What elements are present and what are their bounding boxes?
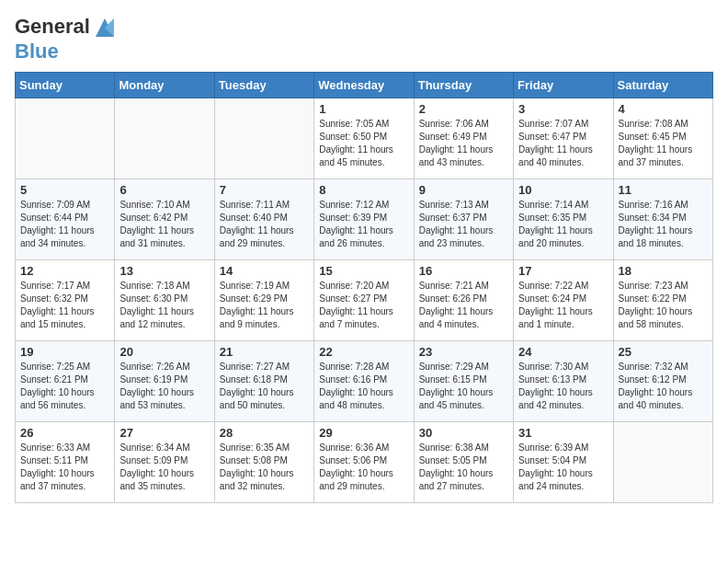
day-info: Sunrise: 6:39 AM Sunset: 5:04 PM Dayligh…	[518, 442, 608, 493]
calendar-cell: 23Sunrise: 7:29 AM Sunset: 6:15 PM Dayli…	[414, 341, 513, 422]
day-number: 6	[119, 183, 209, 197]
day-info: Sunrise: 7:13 AM Sunset: 6:37 PM Dayligh…	[419, 199, 508, 250]
calendar-cell: 3Sunrise: 7:07 AM Sunset: 6:47 PM Daylig…	[514, 98, 613, 179]
calendar-cell: 24Sunrise: 7:30 AM Sunset: 6:13 PM Dayli…	[514, 341, 613, 422]
day-info: Sunrise: 7:32 AM Sunset: 6:12 PM Dayligh…	[619, 361, 708, 412]
weekday-header-wednesday: Wednesday	[314, 73, 414, 98]
day-number: 16	[419, 264, 508, 278]
day-number: 18	[619, 264, 708, 278]
week-row-3: 12Sunrise: 7:17 AM Sunset: 6:32 PM Dayli…	[16, 260, 713, 341]
day-number: 5	[20, 183, 109, 197]
calendar-cell: 19Sunrise: 7:25 AM Sunset: 6:21 PM Dayli…	[16, 341, 115, 422]
day-number: 20	[119, 345, 209, 359]
day-number: 2	[419, 102, 508, 116]
day-number: 30	[419, 426, 508, 440]
weekday-header-monday: Monday	[115, 73, 214, 98]
page-header: General Blue	[15, 15, 713, 63]
weekday-header-thursday: Thursday	[414, 73, 513, 98]
day-number: 12	[20, 264, 109, 278]
day-info: Sunrise: 7:14 AM Sunset: 6:35 PM Dayligh…	[518, 199, 608, 250]
day-info: Sunrise: 7:28 AM Sunset: 6:16 PM Dayligh…	[319, 361, 408, 412]
week-row-5: 26Sunrise: 6:33 AM Sunset: 5:11 PM Dayli…	[16, 422, 713, 503]
day-number: 15	[319, 264, 408, 278]
week-row-1: 1Sunrise: 7:05 AM Sunset: 6:50 PM Daylig…	[16, 98, 713, 179]
day-number: 25	[619, 345, 708, 359]
day-info: Sunrise: 7:06 AM Sunset: 6:49 PM Dayligh…	[419, 118, 508, 169]
calendar-cell: 31Sunrise: 6:39 AM Sunset: 5:04 PM Dayli…	[514, 422, 613, 503]
day-info: Sunrise: 7:21 AM Sunset: 6:26 PM Dayligh…	[419, 280, 508, 331]
calendar-cell: 14Sunrise: 7:19 AM Sunset: 6:29 PM Dayli…	[214, 260, 313, 341]
week-row-4: 19Sunrise: 7:25 AM Sunset: 6:21 PM Dayli…	[16, 341, 713, 422]
day-number: 10	[518, 183, 608, 197]
calendar-cell: 28Sunrise: 6:35 AM Sunset: 5:08 PM Dayli…	[214, 422, 313, 503]
day-info: Sunrise: 7:10 AM Sunset: 6:42 PM Dayligh…	[119, 199, 209, 250]
calendar-table: SundayMondayTuesdayWednesdayThursdayFrid…	[15, 72, 713, 503]
day-number: 28	[220, 426, 309, 440]
day-number: 9	[419, 183, 508, 197]
day-info: Sunrise: 7:07 AM Sunset: 6:47 PM Dayligh…	[518, 118, 608, 169]
day-info: Sunrise: 7:25 AM Sunset: 6:21 PM Dayligh…	[20, 361, 109, 412]
day-info: Sunrise: 6:35 AM Sunset: 5:08 PM Dayligh…	[220, 442, 309, 493]
calendar-cell: 21Sunrise: 7:27 AM Sunset: 6:18 PM Dayli…	[214, 341, 313, 422]
day-info: Sunrise: 7:08 AM Sunset: 6:45 PM Dayligh…	[619, 118, 708, 169]
day-info: Sunrise: 6:34 AM Sunset: 5:09 PM Dayligh…	[119, 442, 209, 493]
calendar-cell	[115, 98, 214, 179]
week-row-2: 5Sunrise: 7:09 AM Sunset: 6:44 PM Daylig…	[16, 179, 713, 260]
day-info: Sunrise: 6:36 AM Sunset: 5:06 PM Dayligh…	[319, 442, 408, 493]
day-number: 17	[518, 264, 608, 278]
day-info: Sunrise: 7:09 AM Sunset: 6:44 PM Dayligh…	[20, 199, 109, 250]
calendar-cell: 5Sunrise: 7:09 AM Sunset: 6:44 PM Daylig…	[16, 179, 115, 260]
day-number: 21	[220, 345, 309, 359]
day-info: Sunrise: 7:29 AM Sunset: 6:15 PM Dayligh…	[419, 361, 508, 412]
calendar-cell	[16, 98, 115, 179]
day-number: 22	[319, 345, 408, 359]
logo-text-blue: Blue	[15, 40, 118, 63]
day-info: Sunrise: 7:12 AM Sunset: 6:39 PM Dayligh…	[319, 199, 408, 250]
day-info: Sunrise: 7:05 AM Sunset: 6:50 PM Dayligh…	[319, 118, 408, 169]
calendar-cell	[214, 98, 313, 179]
calendar-cell: 29Sunrise: 6:36 AM Sunset: 5:06 PM Dayli…	[314, 422, 414, 503]
weekday-header-row: SundayMondayTuesdayWednesdayThursdayFrid…	[16, 73, 713, 98]
day-number: 19	[20, 345, 109, 359]
calendar-cell: 12Sunrise: 7:17 AM Sunset: 6:32 PM Dayli…	[16, 260, 115, 341]
day-number: 1	[319, 102, 408, 116]
day-number: 29	[319, 426, 408, 440]
day-number: 8	[319, 183, 408, 197]
day-info: Sunrise: 7:20 AM Sunset: 6:27 PM Dayligh…	[319, 280, 408, 331]
day-number: 31	[518, 426, 608, 440]
calendar-cell: 27Sunrise: 6:34 AM Sunset: 5:09 PM Dayli…	[115, 422, 214, 503]
calendar-cell: 13Sunrise: 7:18 AM Sunset: 6:30 PM Dayli…	[115, 260, 214, 341]
day-info: Sunrise: 7:16 AM Sunset: 6:34 PM Dayligh…	[619, 199, 708, 250]
calendar-cell: 20Sunrise: 7:26 AM Sunset: 6:19 PM Dayli…	[115, 341, 214, 422]
logo-icon	[92, 15, 118, 40]
day-number: 11	[619, 183, 708, 197]
day-info: Sunrise: 7:11 AM Sunset: 6:40 PM Dayligh…	[220, 199, 309, 250]
calendar-cell: 30Sunrise: 6:38 AM Sunset: 5:05 PM Dayli…	[414, 422, 513, 503]
day-info: Sunrise: 6:33 AM Sunset: 5:11 PM Dayligh…	[20, 442, 109, 493]
calendar-cell: 1Sunrise: 7:05 AM Sunset: 6:50 PM Daylig…	[314, 98, 414, 179]
calendar-cell: 25Sunrise: 7:32 AM Sunset: 6:12 PM Dayli…	[613, 341, 712, 422]
day-info: Sunrise: 7:23 AM Sunset: 6:22 PM Dayligh…	[619, 280, 708, 331]
weekday-header-saturday: Saturday	[613, 73, 712, 98]
calendar-cell: 8Sunrise: 7:12 AM Sunset: 6:39 PM Daylig…	[314, 179, 414, 260]
day-info: Sunrise: 7:27 AM Sunset: 6:18 PM Dayligh…	[220, 361, 309, 412]
weekday-header-tuesday: Tuesday	[214, 73, 313, 98]
calendar-cell: 22Sunrise: 7:28 AM Sunset: 6:16 PM Dayli…	[314, 341, 414, 422]
day-info: Sunrise: 7:19 AM Sunset: 6:29 PM Dayligh…	[220, 280, 309, 331]
calendar-cell	[613, 422, 712, 503]
calendar-cell: 18Sunrise: 7:23 AM Sunset: 6:22 PM Dayli…	[613, 260, 712, 341]
calendar-cell: 4Sunrise: 7:08 AM Sunset: 6:45 PM Daylig…	[613, 98, 712, 179]
day-number: 13	[119, 264, 209, 278]
day-info: Sunrise: 7:18 AM Sunset: 6:30 PM Dayligh…	[119, 280, 209, 331]
logo-text-general: General	[15, 15, 90, 38]
logo: General Blue	[15, 15, 118, 63]
weekday-header-friday: Friday	[514, 73, 613, 98]
day-info: Sunrise: 7:26 AM Sunset: 6:19 PM Dayligh…	[119, 361, 209, 412]
day-number: 4	[619, 102, 708, 116]
day-number: 27	[119, 426, 209, 440]
day-number: 7	[220, 183, 309, 197]
calendar-cell: 2Sunrise: 7:06 AM Sunset: 6:49 PM Daylig…	[414, 98, 513, 179]
calendar-cell: 7Sunrise: 7:11 AM Sunset: 6:40 PM Daylig…	[214, 179, 313, 260]
weekday-header-sunday: Sunday	[16, 73, 115, 98]
calendar-cell: 11Sunrise: 7:16 AM Sunset: 6:34 PM Dayli…	[613, 179, 712, 260]
